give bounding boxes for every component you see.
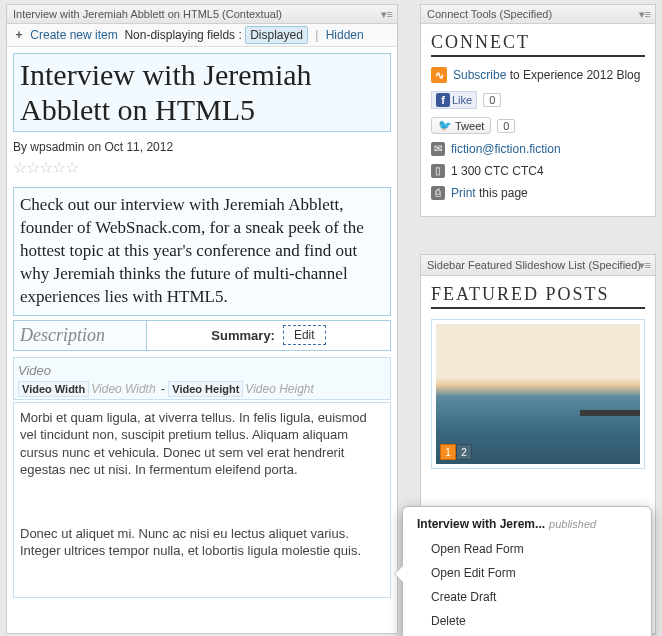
body-paragraph-2: Donec ut aliquet mi. Nunc ac nisi eu lec… — [20, 525, 384, 560]
tweet-row: 🐦Tweet 0 — [431, 117, 645, 134]
create-new-item-link[interactable]: Create new item — [30, 28, 117, 42]
menu-open-read-form[interactable]: Open Read Form — [403, 537, 651, 561]
byline: By wpsadmin on Oct 11, 2012 — [13, 140, 391, 154]
video-dimensions-row: Video WidthVideo Width - Video HeightVid… — [18, 382, 386, 396]
email-icon: ✉ — [431, 142, 445, 156]
connect-panel: Connect Tools (Specified) ▾≡ CONNECT ∿ S… — [420, 4, 656, 217]
featured-title: FEATURED POSTS — [431, 284, 645, 309]
print-icon: ⎙ — [431, 186, 445, 200]
pier-graphic — [580, 410, 640, 416]
dash: - — [158, 382, 169, 396]
like-count: 0 — [483, 93, 501, 107]
slideshow[interactable]: 1 2 — [431, 319, 645, 469]
tweet-button[interactable]: 🐦Tweet — [431, 117, 491, 134]
edit-button[interactable]: Edit — [283, 325, 326, 345]
menu-delete[interactable]: Delete — [403, 609, 651, 633]
context-menu-title: Interview with Jerem... — [417, 517, 545, 531]
title-field[interactable]: Interview with Jeremiah Abblett on HTML5 — [13, 53, 391, 132]
publish-date: Oct 11, 2012 — [104, 140, 173, 154]
article-editor-panel: Interview with Jeremiah Abblett on HTML5… — [6, 4, 398, 634]
video-width-label: Video Width — [18, 381, 89, 397]
connect-title: CONNECT — [431, 32, 645, 57]
panel-menu-icon[interactable]: ▾≡ — [381, 8, 393, 21]
tweet-count: 0 — [497, 119, 515, 133]
like-label: Like — [452, 94, 472, 106]
phone-text: 1 300 CTC CTC4 — [451, 164, 544, 178]
rss-icon: ∿ — [431, 67, 447, 83]
panel-menu-icon[interactable]: ▾≡ — [639, 8, 651, 21]
like-row: fLike 0 — [431, 91, 645, 109]
slide-pager: 1 2 — [440, 444, 472, 460]
slide-image: 1 2 — [436, 324, 640, 464]
description-label: Description — [13, 320, 147, 351]
article-title: Interview with Jeremiah Abblett on HTML5 — [20, 58, 384, 127]
panel-menu-icon[interactable]: ▾≡ — [639, 258, 651, 272]
summary-cell: Summary: Edit — [147, 320, 391, 351]
summary-label: Summary: — [211, 328, 275, 343]
intro-field[interactable]: Check out our interview with Jeremiah Ab… — [13, 187, 391, 316]
featured-header-title: Sidebar Featured Slideshow List (Specifi… — [427, 259, 641, 271]
body-paragraph-1: Morbi et quam ligula, at viverra tellus.… — [20, 409, 384, 479]
body-field[interactable]: Morbi et quam ligula, at viverra tellus.… — [13, 402, 391, 598]
displayed-toggle[interactable]: Displayed — [245, 26, 308, 44]
print-link[interactable]: Print — [451, 186, 476, 200]
phone-icon: ▯ — [431, 164, 445, 178]
video-width-input[interactable]: Video Width — [91, 382, 155, 396]
video-box: Video Video WidthVideo Width - Video Hei… — [13, 357, 391, 400]
video-height-label: Video Height — [168, 381, 243, 397]
context-menu: Interview with Jerem...published Open Re… — [402, 506, 652, 636]
pager-2[interactable]: 2 — [456, 444, 472, 460]
rating-stars[interactable]: ☆☆☆☆☆ — [13, 158, 391, 177]
by-label: By — [13, 140, 30, 154]
separator: | — [315, 28, 318, 42]
print-rest: this page — [476, 186, 528, 200]
video-placeholder[interactable]: Video — [18, 361, 386, 382]
fb-like-button[interactable]: fLike — [431, 91, 477, 109]
phone-row: ▯ 1 300 CTC CTC4 — [431, 164, 645, 178]
panel-header: Interview with Jeremiah Abblett on HTML5… — [7, 5, 397, 24]
description-row: Description Summary: Edit — [13, 320, 391, 351]
toolbar: + Create new item Non-displaying fields … — [7, 24, 397, 47]
print-row: ⎙ Print this page — [431, 186, 645, 200]
content-area: Interview with Jeremiah Abblett on HTML5… — [7, 47, 397, 604]
featured-header: Sidebar Featured Slideshow List (Specifi… — [421, 255, 655, 276]
featured-body: FEATURED POSTS 1 2 — [421, 276, 655, 477]
connect-header-title: Connect Tools (Specified) — [427, 8, 552, 20]
tweet-label: Tweet — [455, 120, 484, 132]
on-label: on — [84, 140, 104, 154]
plus-icon[interactable]: + — [13, 28, 25, 42]
video-height-input[interactable]: Video Height — [245, 382, 314, 396]
panel-title: Interview with Jeremiah Abblett on HTML5… — [13, 8, 282, 20]
connect-body: CONNECT ∿ Subscribe to Experience 2012 B… — [421, 24, 655, 216]
hidden-toggle[interactable]: Hidden — [326, 28, 364, 42]
menu-create-draft[interactable]: Create Draft — [403, 585, 651, 609]
context-menu-header: Interview with Jerem...published — [403, 515, 651, 537]
email-row: ✉ fiction@fiction.fiction — [431, 142, 645, 156]
facebook-icon: f — [436, 93, 450, 107]
author-name: wpsadmin — [30, 140, 84, 154]
twitter-icon: 🐦 — [438, 119, 452, 132]
subscribe-row: ∿ Subscribe to Experience 2012 Blog — [431, 67, 645, 83]
context-menu-status: published — [549, 518, 596, 530]
menu-open-edit-form[interactable]: Open Edit Form — [403, 561, 651, 585]
pager-1[interactable]: 1 — [440, 444, 456, 460]
subscribe-link[interactable]: Subscribe — [453, 68, 506, 82]
subscribe-rest: to Experience 2012 Blog — [506, 68, 640, 82]
non-displaying-label: Non-displaying fields : — [124, 28, 241, 42]
email-link[interactable]: fiction@fiction.fiction — [451, 142, 561, 156]
connect-header: Connect Tools (Specified) ▾≡ — [421, 5, 655, 24]
